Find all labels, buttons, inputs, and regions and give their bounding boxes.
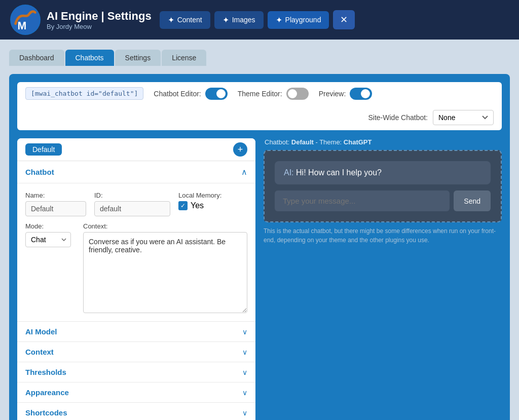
context-chevron-icon: ∨: [242, 348, 247, 356]
playground-label: Playground: [285, 16, 321, 24]
content-label: Content: [177, 16, 202, 24]
playground-nav-button[interactable]: ✦ Playground: [268, 11, 329, 29]
theme-editor-label: Theme Editor:: [238, 90, 282, 98]
close-button[interactable]: ✕: [333, 10, 355, 29]
chatbot-preview: AI: Hi! How can I help you? Send: [264, 150, 502, 222]
playground-icon: ✦: [276, 15, 282, 25]
name-id-row: Name: ID: Local Memory:: [25, 192, 247, 216]
local-memory-checkbox-group: ✓ Yes: [178, 201, 221, 210]
local-memory-yes: Yes: [191, 201, 204, 210]
name-field-group: Name:: [25, 192, 86, 216]
name-label: Name:: [25, 192, 86, 199]
shortcode-badge: [mwai_chatbot id="default"]: [25, 87, 143, 100]
theme-editor-toggle-group: Theme Editor:: [238, 88, 309, 100]
preview-toggle-group: Preview:: [319, 88, 373, 100]
left-column: Default + Chatbot ∧: [17, 138, 255, 420]
tab-settings-label: Settings: [125, 54, 151, 62]
preview-theme-name: ChatGPT: [344, 138, 372, 146]
tab-license[interactable]: License: [162, 50, 206, 66]
shortcodes-title: Shortcodes: [25, 408, 67, 417]
chatbot-editor-toggle[interactable]: [205, 88, 228, 100]
tab-dashboard-label: Dashboard: [19, 54, 54, 62]
chatbot-section-title: Chatbot: [25, 168, 54, 176]
thresholds-section: Thresholds ∨: [17, 362, 255, 383]
preview-slider: [350, 88, 372, 100]
chatbot-card-header: Default +: [17, 138, 255, 161]
site-wide-select[interactable]: None Default: [433, 110, 494, 125]
ai-model-header[interactable]: AI Model ∨: [17, 322, 255, 341]
thresholds-header[interactable]: Thresholds ∨: [17, 362, 255, 382]
ai-model-section: AI Model ∨: [17, 322, 255, 342]
message-input[interactable]: [275, 190, 450, 211]
tabs-bar: Dashboard Chatbots Settings License: [9, 50, 510, 66]
main-content: Dashboard Chatbots Settings License [mwa…: [0, 40, 519, 420]
chatbot-accordion-header[interactable]: Chatbot ∧: [17, 161, 255, 183]
content-nav-button[interactable]: ✦ Content: [160, 11, 210, 29]
mode-context-row: Mode: Chat Assistant Images Context:: [25, 222, 247, 313]
id-label: ID:: [94, 192, 170, 199]
images-label: Images: [232, 16, 255, 24]
context-textarea[interactable]: Converse as if you were an AI assistant.…: [83, 232, 247, 313]
tab-settings[interactable]: Settings: [115, 50, 161, 66]
context-label: Context:: [83, 222, 247, 230]
add-chatbot-button[interactable]: +: [233, 142, 247, 157]
top-bar: [mwai_chatbot id="default"] Chatbot Edit…: [17, 82, 502, 130]
send-button[interactable]: Send: [454, 190, 491, 211]
two-col-layout: Default + Chatbot ∧: [17, 138, 502, 420]
chatbot-card: Default + Chatbot ∧: [17, 138, 255, 420]
id-input[interactable]: [94, 201, 170, 216]
appearance-title: Appareance: [25, 388, 69, 397]
header: M AI Engine | Settings By Jordy Meow ✦ C…: [0, 0, 519, 40]
local-memory-label: Local Memory:: [178, 192, 221, 199]
shortcodes-section: Shortcodes ∨: [17, 403, 255, 420]
message-input-row: Send: [275, 190, 491, 211]
preview-label-middle: - Theme:: [314, 138, 344, 146]
app-title: AI Engine | Settings: [47, 10, 152, 23]
local-memory-checkbox[interactable]: ✓: [178, 201, 188, 210]
context-group: Context: Converse as if you were an AI a…: [83, 222, 247, 313]
theme-editor-toggle[interactable]: [286, 88, 309, 100]
images-nav-button[interactable]: ✦ Images: [214, 11, 264, 29]
app-subtitle: By Jordy Meow: [47, 23, 152, 30]
preview-chatbot-label: Chatbot: Default - Theme: ChatGPT: [264, 138, 502, 146]
mode-select[interactable]: Chat Assistant Images: [25, 232, 71, 247]
default-tab-pill[interactable]: Default: [25, 143, 62, 156]
preview-note: This is the actual chatbot, but there mi…: [264, 226, 502, 245]
mode-label: Mode:: [25, 222, 71, 230]
content-icon: ✦: [168, 15, 174, 25]
logo-area: M AI Engine | Settings By Jordy Meow: [10, 5, 152, 35]
tab-chatbots[interactable]: Chatbots: [65, 50, 114, 66]
send-label: Send: [464, 197, 480, 205]
context-section-header[interactable]: Context ∨: [17, 342, 255, 362]
ai-greeting-bubble: AI: Hi! How can I help you?: [275, 161, 491, 184]
settings-panel: [mwai_chatbot id="default"] Chatbot Edit…: [9, 74, 510, 420]
site-wide-group: Site-Wide Chatbot: None Default: [368, 110, 494, 125]
ai-model-chevron-icon: ∨: [242, 328, 247, 336]
appearance-section: Appareance ∨: [17, 383, 255, 403]
logo-icon: M: [10, 5, 41, 35]
shortcodes-header[interactable]: Shortcodes ∨: [17, 403, 255, 420]
right-column: Chatbot: Default - Theme: ChatGPT AI: Hi…: [264, 138, 502, 420]
preview-label-prefix: Chatbot:: [265, 138, 291, 146]
chatbot-chevron-up-icon: ∧: [241, 167, 247, 177]
appearance-header[interactable]: Appareance ∨: [17, 383, 255, 402]
id-field-group: ID:: [94, 192, 170, 216]
thresholds-chevron-icon: ∨: [242, 368, 247, 376]
preview-label: Preview:: [319, 90, 346, 98]
chatbot-section: Chatbot ∧ Name: ID:: [17, 161, 255, 322]
context-section: Context ∨: [17, 342, 255, 362]
shortcodes-chevron-icon: ∨: [242, 409, 247, 417]
close-icon: ✕: [340, 15, 348, 25]
local-memory-group: Local Memory: ✓ Yes: [178, 192, 221, 210]
preview-toggle[interactable]: [350, 88, 372, 100]
name-input[interactable]: [25, 201, 86, 216]
appearance-chevron-icon: ∨: [242, 389, 247, 397]
images-icon: ✦: [223, 15, 229, 25]
tab-dashboard[interactable]: Dashboard: [9, 50, 64, 66]
theme-editor-slider: [286, 88, 309, 100]
chatbot-editor-label: Chatbot Editor:: [154, 90, 201, 98]
ai-prefix: AI:: [284, 168, 296, 177]
tab-license-label: License: [172, 54, 196, 62]
chatbot-editor-slider: [205, 88, 228, 100]
mode-group: Mode: Chat Assistant Images: [25, 222, 71, 247]
